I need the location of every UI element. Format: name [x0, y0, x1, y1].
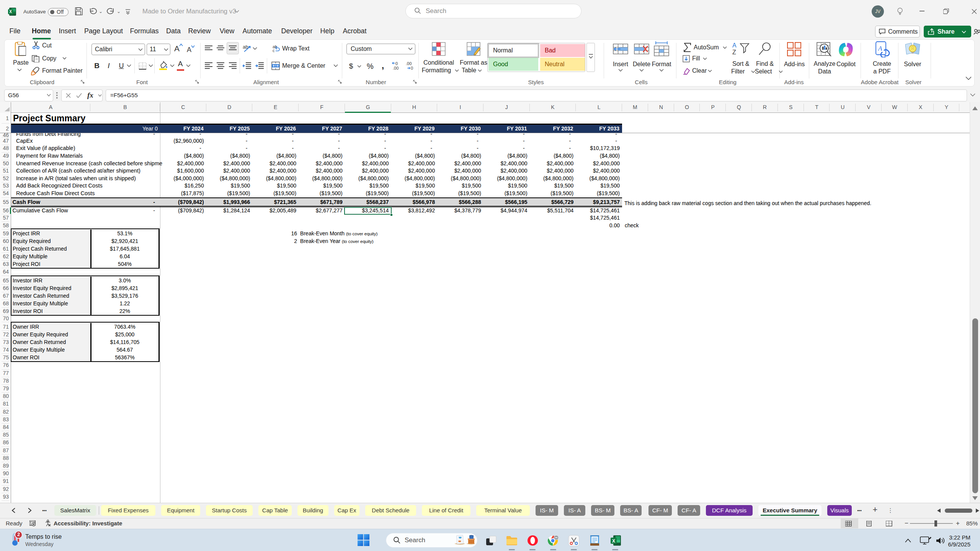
- svg-text:.00: .00: [393, 66, 399, 70]
- svg-text:0: 0: [395, 61, 398, 66]
- svg-text:.00: .00: [406, 61, 412, 66]
- svg-text:X: X: [612, 538, 615, 544]
- svg-text:A: A: [878, 45, 882, 52]
- svg-text:0: 0: [411, 66, 413, 70]
- svg-text:A: A: [732, 42, 737, 49]
- svg-text:c: c: [273, 48, 275, 53]
- svg-text:X: X: [9, 10, 12, 14]
- svg-text:Z: Z: [732, 49, 736, 55]
